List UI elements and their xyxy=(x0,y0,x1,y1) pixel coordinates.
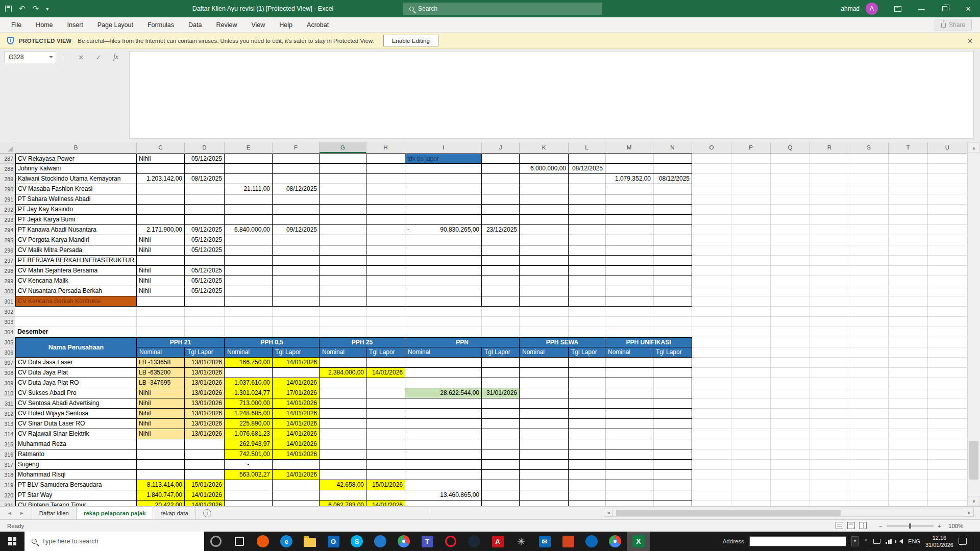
header-group[interactable]: PPH UNIFIKASI xyxy=(605,337,692,347)
cell[interactable] xyxy=(366,490,405,500)
ribbon-tab-help[interactable]: Help xyxy=(272,17,300,33)
cell[interactable] xyxy=(653,429,692,439)
column-header-M[interactable]: M xyxy=(605,142,653,153)
cell[interactable] xyxy=(405,470,482,480)
row-header-310[interactable]: 310 xyxy=(0,388,15,398)
title-search-box[interactable]: Search xyxy=(403,3,602,15)
row-header-308[interactable]: 308 xyxy=(0,368,15,378)
cell[interactable] xyxy=(405,500,482,506)
cell[interactable] xyxy=(482,500,520,506)
page-break-view-icon[interactable] xyxy=(859,522,867,529)
cell[interactable] xyxy=(366,225,405,235)
cell[interactable] xyxy=(569,500,605,506)
cell[interactable] xyxy=(225,368,273,378)
cell[interactable] xyxy=(320,470,366,480)
cell[interactable] xyxy=(520,296,569,307)
cell[interactable] xyxy=(137,215,185,225)
column-header-D[interactable]: D xyxy=(185,142,225,153)
cell[interactable] xyxy=(273,500,320,506)
cell[interactable]: 08/12/2025 xyxy=(185,174,225,184)
cell[interactable] xyxy=(482,398,520,409)
cell[interactable] xyxy=(482,368,520,378)
cell[interactable] xyxy=(520,419,569,429)
cell[interactable] xyxy=(653,409,692,419)
cell[interactable]: 13/01/2026 xyxy=(185,368,225,378)
cell[interactable] xyxy=(605,225,653,235)
cell[interactable] xyxy=(137,470,185,480)
column-header-G[interactable]: G xyxy=(320,142,366,153)
row-header-317[interactable]: 317 xyxy=(0,460,15,470)
cell[interactable] xyxy=(320,266,366,276)
ribbon-tab-view[interactable]: View xyxy=(244,17,272,33)
cell[interactable]: 6.000.000,00 xyxy=(520,164,569,174)
cell[interactable] xyxy=(482,439,520,449)
cell[interactable] xyxy=(520,398,569,409)
outlook-icon[interactable]: O xyxy=(322,532,345,551)
cell[interactable]: -90.830.265,00 xyxy=(405,225,482,235)
cell[interactable] xyxy=(653,368,692,378)
cell[interactable] xyxy=(482,378,520,388)
cell[interactable] xyxy=(273,480,320,490)
cell[interactable] xyxy=(482,154,520,164)
cell[interactable]: 14/01/2026 xyxy=(273,398,320,409)
cell[interactable]: Nihil xyxy=(137,266,185,276)
cell-company-name[interactable]: CV Sentosa Abadi Advertising xyxy=(15,398,137,409)
row-header-287[interactable]: 287 xyxy=(0,154,15,164)
row-header-297[interactable]: 297 xyxy=(0,256,15,266)
cell[interactable] xyxy=(405,205,482,215)
cell[interactable] xyxy=(366,235,405,245)
cell-company-name[interactable]: Muhammad Reza xyxy=(15,439,137,449)
steam-icon[interactable] xyxy=(462,532,486,551)
cell[interactable] xyxy=(605,480,653,490)
cell[interactable]: 1.840.747,00 xyxy=(137,490,185,500)
row-header-300[interactable]: 300 xyxy=(0,286,15,296)
cell[interactable] xyxy=(273,154,320,164)
cell[interactable] xyxy=(482,286,520,296)
cell[interactable] xyxy=(605,470,653,480)
cell[interactable] xyxy=(273,490,320,500)
enter-icon[interactable]: ✓ xyxy=(92,51,105,63)
row-header-321[interactable]: 321 xyxy=(0,500,15,506)
cell[interactable]: Nihil xyxy=(137,286,185,296)
cell[interactable] xyxy=(366,398,405,409)
cell[interactable] xyxy=(320,194,366,205)
cell[interactable] xyxy=(482,174,520,184)
clock[interactable]: 12.16 31/01/2026 xyxy=(925,534,953,549)
cell[interactable] xyxy=(605,500,653,506)
cell[interactable]: 21.111,00 xyxy=(225,184,273,194)
header-sub[interactable]: Nominal xyxy=(405,347,482,358)
edge-icon[interactable]: e xyxy=(275,532,298,551)
cell[interactable] xyxy=(569,439,605,449)
cell[interactable] xyxy=(366,215,405,225)
cell-company-name[interactable]: CV Malik Mitra Persada xyxy=(15,245,137,256)
formula-input[interactable] xyxy=(129,51,974,139)
cell[interactable] xyxy=(366,378,405,388)
cell[interactable] xyxy=(225,174,273,184)
close-bar-icon[interactable]: ✕ xyxy=(967,33,973,49)
row-header-299[interactable]: 299 xyxy=(0,276,15,286)
horizontal-scrollbar[interactable]: ◄ ► xyxy=(604,508,974,517)
cell[interactable] xyxy=(273,460,320,470)
cell[interactable]: 05/12/2025 xyxy=(185,154,225,164)
cell-company-name[interactable]: CV Kencana Malik xyxy=(15,276,137,286)
cell[interactable] xyxy=(320,429,366,439)
cell-company-name[interactable]: PT Jay Kay Kasindo xyxy=(15,205,137,215)
cell[interactable] xyxy=(653,235,692,245)
header-nama-perusahaan[interactable]: Nama Perusahaan xyxy=(15,337,137,358)
cell[interactable] xyxy=(185,184,225,194)
tab-nav-right-icon[interactable]: ► xyxy=(19,510,24,516)
worksheet-grid[interactable]: 2872882892902912922932942952962972982993… xyxy=(0,154,980,506)
cell[interactable] xyxy=(273,235,320,245)
cell[interactable] xyxy=(653,419,692,429)
cell[interactable]: 14/01/2026 xyxy=(273,439,320,449)
cell[interactable]: LB -347695 xyxy=(137,378,185,388)
header-sub[interactable]: Nominal xyxy=(320,347,366,358)
cell[interactable] xyxy=(520,194,569,205)
ribbon-tab-formulas[interactable]: Formulas xyxy=(140,17,181,33)
cell[interactable]: 13.460.865,00 xyxy=(405,490,482,500)
cell[interactable] xyxy=(320,235,366,245)
cell[interactable] xyxy=(653,215,692,225)
cell[interactable] xyxy=(273,245,320,256)
cell[interactable] xyxy=(366,358,405,368)
cell[interactable] xyxy=(605,256,653,266)
